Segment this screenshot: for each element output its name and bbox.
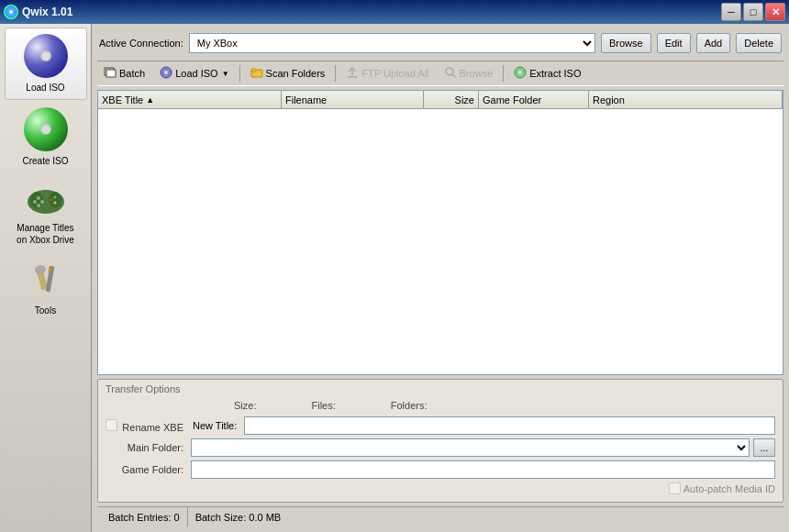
browse-toolbar-label: Browse (460, 68, 494, 79)
batch-entries-status: Batch Entries: 0 (101, 507, 188, 526)
svg-point-14 (33, 264, 46, 276)
close-button[interactable]: ✕ (765, 3, 785, 21)
svg-point-10 (53, 196, 56, 199)
ftp-upload-icon (346, 66, 359, 82)
transfer-options-panel: Transfer Options Size: Files: Folders: R… (97, 379, 783, 503)
extract-iso-button[interactable]: Extract ISO (507, 63, 587, 83)
rename-xbe-row: Rename XBE New Title: (106, 416, 775, 435)
delete-connection-button[interactable]: Delete (736, 33, 782, 53)
col-header-size[interactable]: Size (424, 91, 479, 108)
minimize-button[interactable]: ─ (721, 3, 741, 21)
table-header: XBE Title ▲ Filename Size Game Folder Re… (98, 91, 783, 109)
manage-titles-label: Manage Titleson Xbox Drive (17, 222, 74, 246)
ftp-upload-label: FTP Upload All (361, 68, 428, 79)
connection-select[interactable]: My XBox (189, 33, 595, 53)
tools-label: Tools (35, 305, 56, 316)
sidebar-item-tools[interactable]: Tools (5, 253, 87, 322)
col-header-xbe[interactable]: XBE Title ▲ (98, 91, 282, 108)
size-stat-label: Size: (234, 400, 256, 411)
autopatch-checkbox[interactable] (669, 482, 681, 494)
rename-xbe-label: Rename XBE (106, 419, 183, 433)
load-iso-toolbar-icon (160, 66, 172, 82)
game-folder-label-text: Game Folder: (106, 464, 183, 475)
autopatch-label: Auto-patch Media ID (669, 482, 775, 494)
svg-line-25 (452, 74, 455, 77)
new-title-input[interactable] (244, 416, 775, 435)
svg-point-24 (446, 68, 453, 75)
file-table: XBE Title ▲ Filename Size Game Folder Re… (97, 90, 783, 375)
col-header-gamefolder[interactable]: Game Folder (479, 91, 589, 108)
transfer-stats: Size: Files: Folders: (106, 400, 775, 411)
batch-size-status: Batch Size: 0.0 MB (188, 507, 289, 526)
main-folder-controls: ... (191, 438, 775, 457)
table-body (98, 109, 783, 374)
main-toolbar: Batch Load ISO ▼ (97, 61, 783, 86)
svg-point-5 (37, 196, 40, 200)
svg-point-1 (9, 10, 13, 14)
sidebar-item-load-iso[interactable]: Load ISO (5, 28, 87, 100)
main-folder-browse-button[interactable]: ... (753, 438, 775, 457)
load-iso-dropdown-arrow: ▼ (222, 70, 229, 78)
maximize-button[interactable]: □ (743, 3, 763, 21)
add-connection-button[interactable]: Add (696, 33, 731, 53)
create-iso-icon (24, 107, 68, 151)
files-stat-label: Files: (311, 400, 335, 411)
window-controls: ─ □ ✕ (721, 3, 785, 21)
main-folder-label-text: Main Folder: (106, 442, 183, 453)
svg-point-20 (164, 71, 168, 74)
folders-stat-label: Folders: (391, 400, 428, 411)
edit-connection-button[interactable]: Edit (657, 33, 691, 53)
controller-icon (24, 180, 68, 218)
sort-arrow-xbe: ▲ (146, 95, 154, 105)
connection-label: Active Connection: (99, 38, 183, 49)
svg-point-3 (30, 192, 43, 208)
game-folder-input[interactable] (191, 460, 775, 479)
load-iso-toolbar-label: Load ISO (175, 68, 217, 79)
browse-connection-button[interactable]: Browse (601, 33, 651, 53)
svg-rect-23 (348, 76, 357, 78)
ftp-upload-button[interactable]: FTP Upload All (339, 63, 435, 83)
app-icon (4, 5, 18, 19)
app-title: Qwix 1.01 (22, 6, 721, 18)
batch-button[interactable]: Batch (97, 63, 151, 83)
scan-folders-label: Scan Folders (266, 68, 326, 79)
content-area: Active Connection: My XBox Browse Edit A… (92, 24, 789, 532)
new-title-label: New Title: (193, 420, 237, 431)
scan-folders-button[interactable]: Scan Folders (244, 63, 332, 83)
connection-bar: Active Connection: My XBox Browse Edit A… (97, 29, 783, 57)
col-header-filename[interactable]: Filename (282, 91, 424, 108)
svg-point-6 (40, 200, 44, 204)
toolbar-separator-1 (239, 65, 240, 82)
toolbar-separator-2 (335, 65, 336, 82)
svg-point-8 (37, 204, 40, 207)
load-iso-icon (24, 34, 68, 78)
extract-iso-label: Extract ISO (529, 68, 581, 79)
svg-rect-18 (106, 70, 116, 77)
title-bar: Qwix 1.01 ─ □ ✕ (0, 0, 789, 24)
load-iso-button[interactable]: Load ISO ▼ (153, 63, 235, 83)
svg-point-11 (57, 199, 60, 202)
toolbar-separator-3 (503, 65, 504, 82)
browse-toolbar-icon (444, 66, 457, 82)
transfer-options-title: Transfer Options (106, 383, 775, 394)
main-folder-row: Main Folder: ... (106, 438, 775, 457)
rename-xbe-checkbox[interactable] (106, 419, 117, 431)
svg-point-27 (518, 71, 522, 74)
main-folder-select[interactable] (191, 438, 750, 457)
sidebar-item-create-iso[interactable]: Create ISO (5, 102, 87, 172)
sidebar: Load ISO Create ISO (0, 24, 92, 532)
autopatch-row: Auto-patch Media ID (106, 482, 775, 494)
svg-point-12 (53, 202, 56, 205)
sidebar-item-manage-titles[interactable]: Manage Titleson Xbox Drive (5, 174, 87, 251)
load-iso-label: Load ISO (26, 82, 64, 94)
col-header-region[interactable]: Region (589, 91, 783, 108)
browse-button[interactable]: Browse (438, 63, 500, 83)
scan-folders-icon (250, 66, 263, 82)
extract-iso-icon (514, 66, 527, 82)
svg-point-7 (33, 200, 37, 204)
batch-label: Batch (119, 68, 145, 79)
create-iso-label: Create ISO (22, 155, 68, 167)
game-folder-row: Game Folder: (106, 460, 775, 479)
tools-icon (24, 259, 68, 301)
batch-icon (104, 66, 117, 82)
